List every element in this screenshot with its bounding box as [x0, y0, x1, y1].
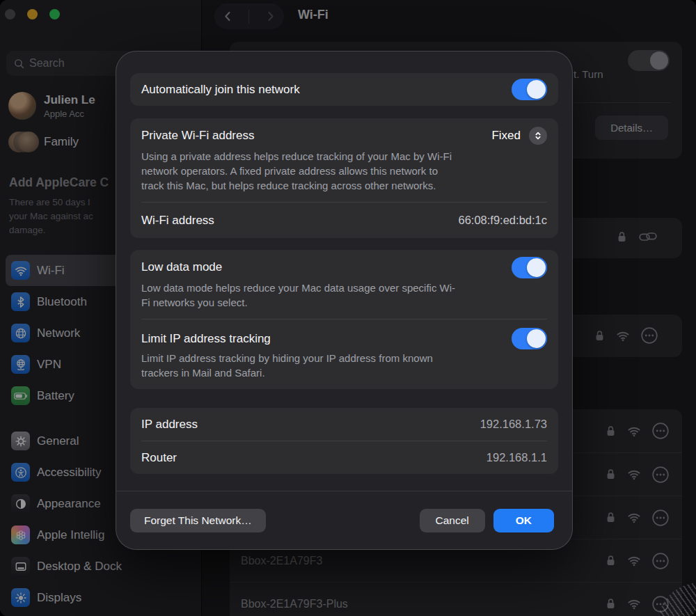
ip-address-value: 192.168.1.73 [480, 418, 547, 431]
limit-ip-label: Limit IP address tracking [141, 332, 271, 346]
router-label: Router [141, 451, 177, 465]
auto-join-toggle[interactable] [512, 79, 547, 100]
router-row: Router 192.168.1.1 [130, 441, 558, 474]
private-address-label: Private Wi-Fi address [141, 129, 254, 143]
ip-address-row: IP address 192.168.1.73 [130, 408, 558, 441]
low-data-mode-label: Low data mode [141, 260, 222, 274]
dialog-footer: Forget This Network… Cancel OK [116, 491, 572, 550]
ok-button[interactable]: OK [493, 509, 554, 532]
limit-ip-row: Limit IP address tracking [130, 319, 558, 349]
low-data-mode-toggle[interactable] [512, 257, 547, 278]
private-address-value: Fixed [491, 129, 521, 143]
wifi-address-label: Wi-Fi address [141, 214, 214, 228]
network-details-dialog: Automatically join this network Private … [116, 51, 573, 550]
private-address-select[interactable]: Fixed [491, 127, 547, 145]
limit-ip-toggle[interactable] [512, 328, 547, 349]
cancel-button[interactable]: Cancel [420, 509, 485, 532]
private-address-description: Using a private address helps reduce tra… [130, 148, 463, 202]
router-value: 192.168.1.1 [487, 451, 547, 464]
ip-address-label: IP address [141, 418, 198, 432]
low-data-mode-row: Low data mode [130, 250, 558, 279]
forget-network-button[interactable]: Forget This Network… [130, 509, 266, 532]
low-data-mode-description: Low data mode helps reduce your Mac data… [130, 279, 473, 319]
auto-join-row: Automatically join this network [130, 73, 558, 106]
wifi-address-row: Wi-Fi address 66:08:f9:ed:bd:1c [130, 203, 558, 238]
auto-join-label: Automatically join this network [141, 83, 300, 97]
chevron-up-down-icon [529, 127, 547, 145]
private-address-row: Private Wi-Fi address Fixed [130, 118, 558, 148]
limit-ip-description: Limit IP address tracking by hiding your… [130, 349, 473, 389]
system-settings-window: Julien Le Apple Acc Family Add AppleCare… [0, 0, 696, 616]
wifi-address-value: 66:08:f9:ed:bd:1c [458, 214, 547, 227]
